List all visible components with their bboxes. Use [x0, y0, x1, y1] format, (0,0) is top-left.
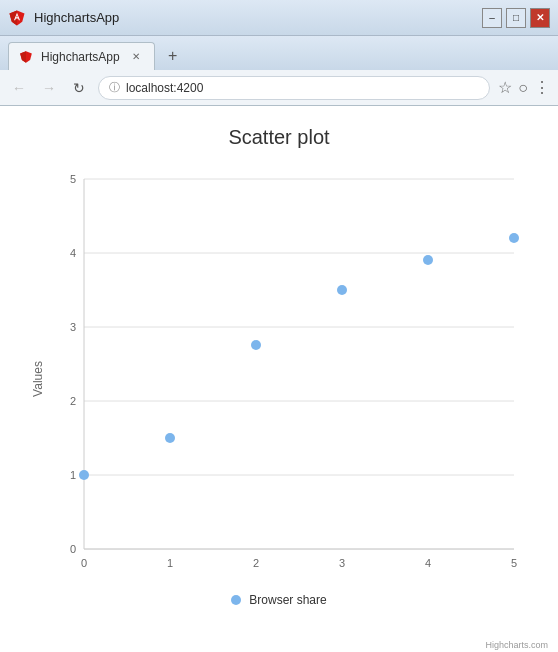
data-point-2 [251, 340, 261, 350]
chart-container: Scatter plot Values [0, 106, 558, 652]
title-bar: HighchartsApp – □ ✕ [0, 0, 558, 36]
tab-title: HighchartsApp [41, 50, 120, 64]
x-tick-0: 0 [81, 557, 87, 569]
forward-button[interactable]: → [38, 77, 60, 99]
back-button[interactable]: ← [8, 77, 30, 99]
y-tick-0: 0 [70, 543, 76, 555]
page-content: Scatter plot Values [0, 106, 558, 652]
y-tick-5: 5 [70, 173, 76, 185]
chart-title: Scatter plot [10, 126, 548, 149]
y-tick-3: 3 [70, 321, 76, 333]
new-tab-button[interactable]: + [159, 44, 187, 68]
url-text: localhost:4200 [126, 81, 203, 95]
x-tick-4: 4 [425, 557, 431, 569]
app-icon [8, 9, 26, 27]
tab-favicon [19, 50, 33, 64]
refresh-button[interactable]: ↻ [68, 77, 90, 99]
x-tick-5: 5 [511, 557, 517, 569]
y-tick-2: 2 [70, 395, 76, 407]
secure-icon: ⓘ [109, 80, 120, 95]
y-tick-1: 1 [70, 469, 76, 481]
tab-bar: HighchartsApp ✕ + [0, 36, 558, 70]
chart-legend: Browser share [10, 593, 548, 607]
active-tab[interactable]: HighchartsApp ✕ [8, 42, 155, 70]
y-tick-4: 4 [70, 247, 76, 259]
bookmark-icon[interactable]: ☆ [498, 78, 512, 97]
profile-icon[interactable]: ○ [518, 79, 528, 97]
tab-close-button[interactable]: ✕ [132, 51, 140, 62]
data-point-1 [165, 433, 175, 443]
data-point-5 [509, 233, 519, 243]
address-actions: ☆ ○ ⋮ [498, 78, 550, 97]
data-point-3 [337, 285, 347, 295]
data-point-4 [423, 255, 433, 265]
window-title: HighchartsApp [34, 10, 474, 25]
x-tick-3: 3 [339, 557, 345, 569]
svg-marker-5 [20, 51, 26, 63]
window-controls: – □ ✕ [482, 8, 550, 28]
url-input[interactable]: ⓘ localhost:4200 [98, 76, 490, 100]
browser-window: HighchartsApp – □ ✕ HighchartsApp ✕ + ← … [0, 0, 558, 652]
minimize-button[interactable]: – [482, 8, 502, 28]
menu-icon[interactable]: ⋮ [534, 78, 550, 97]
data-point-0 [79, 470, 89, 480]
address-bar: ← → ↻ ⓘ localhost:4200 ☆ ○ ⋮ [0, 70, 558, 106]
maximize-button[interactable]: □ [506, 8, 526, 28]
y-axis-label: Values [31, 361, 45, 397]
scatter-chart: Values 0 1 2 3 4 [24, 159, 534, 589]
close-button[interactable]: ✕ [530, 8, 550, 28]
x-tick-2: 2 [253, 557, 259, 569]
legend-dot [231, 595, 241, 605]
legend-label: Browser share [249, 593, 326, 607]
x-tick-1: 1 [167, 557, 173, 569]
highcharts-credit: Highcharts.com [485, 640, 548, 650]
